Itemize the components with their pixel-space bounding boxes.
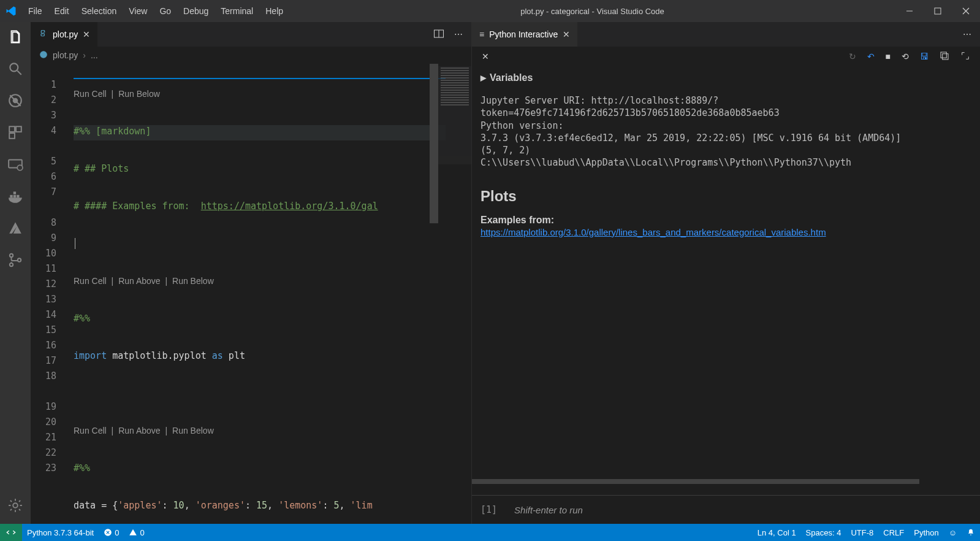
menu-view[interactable]: View: [123, 0, 153, 22]
menu-file[interactable]: File: [22, 0, 48, 22]
menu-terminal[interactable]: Terminal: [215, 0, 259, 22]
line-number-gutter: 1 2 3 4 5 6 7 8 9 10 11 12 13 14 15: [31, 64, 66, 478]
search-icon[interactable]: [7, 60, 24, 77]
tab-python-interactive[interactable]: ≡ Python Interactive ✕: [472, 22, 578, 47]
interactive-horizontal-scrollbar[interactable]: [472, 479, 980, 484]
menu-bar: File Edit Selection View Go Debug Termin…: [22, 0, 289, 22]
status-indentation[interactable]: Spaces: 4: [801, 524, 846, 541]
remote-indicator[interactable]: [0, 524, 22, 541]
more-actions-icon[interactable]: ⋯: [454, 29, 463, 39]
interactive-toolbar: ✕ ↻ ↶ ■ ⟲ 🖫: [472, 47, 980, 66]
expand-icon[interactable]: [960, 51, 970, 63]
activity-bar: [0, 22, 31, 524]
interactive-input[interactable]: [1] Shift-enter to run: [472, 496, 980, 524]
menu-selection[interactable]: Selection: [75, 0, 123, 22]
cancel-icon[interactable]: ✕: [482, 52, 489, 61]
notifications-icon[interactable]: [962, 524, 980, 541]
examples-label: Examples from:: [481, 215, 971, 226]
export-icon[interactable]: [940, 51, 949, 63]
python-file-icon: [38, 29, 48, 40]
svg-line-8: [10, 95, 20, 106]
status-language[interactable]: Python: [909, 524, 943, 541]
codelens-run-cell-2[interactable]: Run Cell | Run Above | Run Below: [74, 273, 471, 288]
markdown-output: Plots Examples from: https://matplotlib.…: [472, 174, 980, 244]
interactive-panel: ≡ Python Interactive ✕ ⋯ ✕ ↻ ↶ ■ ⟲ 🖫: [472, 22, 980, 524]
title-bar: File Edit Selection View Go Debug Termin…: [0, 0, 980, 22]
debug-disabled-icon[interactable]: [7, 92, 24, 109]
svg-point-13: [17, 165, 23, 171]
status-encoding[interactable]: UTF-8: [846, 524, 878, 541]
svg-point-4: [10, 63, 18, 71]
tab-plot-py[interactable]: plot.py ✕: [31, 22, 98, 47]
plots-heading: Plots: [481, 188, 971, 205]
svg-point-20: [18, 258, 21, 261]
undo-icon[interactable]: ↶: [867, 52, 875, 61]
stop-icon[interactable]: ■: [886, 52, 891, 61]
menu-help[interactable]: Help: [259, 0, 289, 22]
maximize-button[interactable]: [924, 0, 952, 22]
variables-section[interactable]: ▶ Variables: [472, 66, 980, 90]
chevron-right-icon: ▶: [481, 74, 486, 82]
breadcrumb-more[interactable]: ...: [91, 50, 98, 60]
minimize-button[interactable]: [895, 0, 924, 22]
svg-rect-26: [943, 53, 948, 59]
matplotlib-link[interactable]: https://matplotlib.org/3.1.0/gallery/lin…: [481, 227, 826, 237]
codelens-run-cell-3[interactable]: Run Cell | Run Above | Run Below: [74, 423, 471, 438]
menu-edit[interactable]: Edit: [48, 0, 75, 22]
editor-group: plot.py ✕ ⋯ plot.py › ...: [31, 22, 472, 524]
explorer-icon[interactable]: [7, 28, 24, 45]
python-file-icon: [39, 50, 48, 61]
svg-point-21: [13, 503, 18, 508]
interactive-tabs: ≡ Python Interactive ✕ ⋯: [472, 22, 980, 47]
save-icon[interactable]: 🖫: [920, 52, 929, 61]
close-window-button[interactable]: [952, 0, 980, 22]
svg-line-5: [17, 71, 21, 75]
tab-close-icon[interactable]: ✕: [83, 29, 90, 39]
extensions-icon[interactable]: [7, 124, 24, 141]
server-output: Jupyter Server URI: http://localhost:888…: [472, 90, 980, 174]
status-python[interactable]: Python 3.7.3 64-bit: [22, 524, 99, 541]
interactive-tab-label: Python Interactive: [489, 29, 558, 39]
svg-rect-15: [13, 195, 16, 198]
status-errors[interactable]: 0: [99, 524, 124, 541]
svg-point-18: [10, 254, 13, 257]
restart-icon[interactable]: ⟲: [902, 52, 909, 61]
docker-icon[interactable]: [7, 188, 24, 205]
prompt-number: [1]: [481, 504, 497, 515]
tab-close-icon[interactable]: ✕: [563, 29, 570, 39]
codelens-run-cell-1[interactable]: Run Cell | Run Below: [74, 86, 471, 101]
svg-rect-1: [935, 8, 941, 14]
feedback-icon[interactable]: ☺: [944, 524, 962, 541]
variables-label: Variables: [490, 72, 533, 83]
redo-icon[interactable]: ↻: [849, 52, 856, 61]
tab-filename: plot.py: [53, 29, 78, 39]
svg-point-24: [40, 51, 47, 58]
source-control-icon[interactable]: [7, 251, 24, 269]
menu-debug[interactable]: Debug: [177, 0, 215, 22]
azure-icon[interactable]: [7, 220, 24, 237]
svg-rect-14: [10, 195, 12, 198]
breadcrumb-filename[interactable]: plot.py: [53, 50, 78, 60]
editor-tabs: plot.py ✕ ⋯: [31, 22, 471, 47]
svg-rect-9: [9, 126, 15, 132]
status-eol[interactable]: CRLF: [878, 524, 909, 541]
svg-rect-25: [941, 52, 946, 58]
svg-point-19: [10, 263, 13, 266]
editor-vertical-scrollbar[interactable]: [430, 64, 438, 524]
status-warnings[interactable]: 0: [124, 524, 149, 541]
menu-go[interactable]: Go: [153, 0, 177, 22]
svg-rect-17: [13, 191, 16, 194]
remote-explorer-icon[interactable]: [7, 156, 24, 173]
more-actions-icon[interactable]: ⋯: [963, 29, 971, 39]
svg-rect-10: [16, 126, 21, 132]
chevron-right-icon: ›: [83, 50, 86, 60]
window-title: plot.py - categorical - Visual Studio Co…: [289, 7, 895, 16]
svg-rect-11: [9, 133, 15, 139]
minimap[interactable]: [438, 66, 471, 164]
breadcrumbs[interactable]: plot.py › ...: [31, 47, 471, 64]
lines-icon: ≡: [479, 29, 484, 39]
code-editor[interactable]: 1 2 3 4 5 6 7 8 9 10 11 12 13 14 15: [31, 64, 471, 524]
settings-gear-icon[interactable]: [7, 497, 24, 514]
status-cursor-position[interactable]: Ln 4, Col 1: [753, 524, 801, 541]
split-editor-icon[interactable]: [433, 28, 444, 41]
